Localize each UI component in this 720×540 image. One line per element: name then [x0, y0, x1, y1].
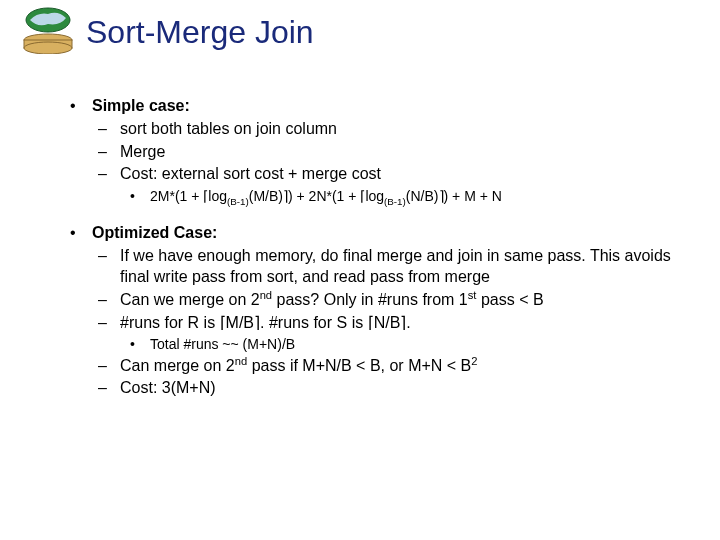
list-item: – Cost: 3(M+N): [98, 378, 680, 399]
t: pass? Only in #runs from 1: [272, 291, 468, 308]
list-item: – Cost: external sort cost + merge cost: [98, 164, 680, 185]
t: pass < B: [476, 291, 543, 308]
sub: (B-1): [227, 196, 249, 207]
dash-l2-icon: –: [98, 246, 120, 288]
sup: nd: [235, 354, 247, 366]
text: Cost: external sort cost + merge cost: [120, 164, 680, 185]
dash-l2-icon: –: [98, 142, 120, 163]
text: #runs for R is ⌈M/B⌉. #runs for S is ⌈N/…: [120, 313, 680, 334]
t: (N/B): [406, 188, 439, 204]
dash-l2-icon: –: [98, 119, 120, 140]
t: pass if M+N/B < B, or M+N < B: [247, 357, 471, 374]
sub: (B-1): [384, 196, 406, 207]
dash-l2-icon: –: [98, 313, 120, 334]
t: .: [406, 314, 410, 331]
bullet-l3-icon: •: [130, 335, 150, 353]
slide-body: • Simple case: – sort both tables on joi…: [70, 96, 680, 401]
list-item: – sort both tables on join column: [98, 119, 680, 140]
t: N/B: [374, 314, 401, 331]
t: log: [208, 188, 227, 204]
text: Simple case:: [92, 96, 680, 117]
list-item: – If we have enough memory, do final mer…: [98, 246, 680, 288]
sup: nd: [260, 288, 272, 300]
t: (M/B): [249, 188, 283, 204]
text: If we have enough memory, do final merge…: [120, 246, 680, 288]
text: Can merge on 2nd pass if M+N/B < B, or M…: [120, 356, 680, 377]
t: ) + M + N: [444, 188, 502, 204]
section-heading: • Simple case:: [70, 96, 680, 117]
bullet-l1-icon: •: [70, 96, 92, 117]
slide-title: Sort-Merge Join: [86, 14, 314, 51]
t: ) + 2N*(1 +: [288, 188, 360, 204]
text: Optimized Case:: [92, 223, 680, 244]
text: Cost: 3(M+N): [120, 378, 680, 399]
text: Total #runs ~~ (M+N)/B: [150, 335, 680, 353]
dash-l2-icon: –: [98, 356, 120, 377]
slide-decorative-icon: [8, 6, 80, 54]
t: . #runs for S is: [260, 314, 368, 331]
bullet-l3-icon: •: [130, 187, 150, 205]
list-item: – Can we merge on 2nd pass? Only in #run…: [98, 290, 680, 311]
list-item: • Total #runs ~~ (M+N)/B: [130, 335, 680, 353]
t: Can we merge on 2: [120, 291, 260, 308]
list-item: – Can merge on 2nd pass if M+N/B < B, or…: [98, 356, 680, 377]
list-item: – #runs for R is ⌈M/B⌉. #runs for S is ⌈…: [98, 313, 680, 334]
svg-point-4: [24, 42, 72, 54]
t: 2M*(1 +: [150, 188, 203, 204]
text: Can we merge on 2nd pass? Only in #runs …: [120, 290, 680, 311]
t: M/B: [226, 314, 254, 331]
section-heading: • Optimized Case:: [70, 223, 680, 244]
sup: 2: [471, 354, 477, 366]
t: #runs for R is: [120, 314, 220, 331]
cost-formula: 2M*(1 + ⌈log(B-1)(M/B)⌉) + 2N*(1 + ⌈log(…: [150, 187, 680, 205]
text: sort both tables on join column: [120, 119, 680, 140]
text: Merge: [120, 142, 680, 163]
dash-l2-icon: –: [98, 290, 120, 311]
list-item: – Merge: [98, 142, 680, 163]
list-item-formula: • 2M*(1 + ⌈log(B-1)(M/B)⌉) + 2N*(1 + ⌈lo…: [130, 187, 680, 205]
t: log: [365, 188, 384, 204]
t: Can merge on 2: [120, 357, 235, 374]
dash-l2-icon: –: [98, 378, 120, 399]
dash-l2-icon: –: [98, 164, 120, 185]
bullet-l1-icon: •: [70, 223, 92, 244]
